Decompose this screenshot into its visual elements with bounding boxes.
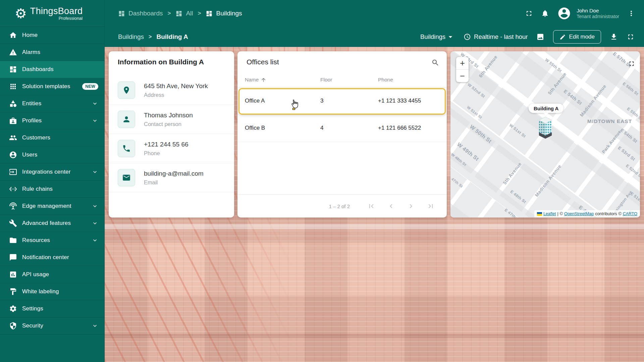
sidebar-item-home[interactable]: Home [0,27,104,44]
more-vert-icon[interactable] [627,9,635,17]
download-icon[interactable] [610,33,618,41]
dashboards-icon [9,65,17,73]
brand-name: ThingsBoard [30,6,83,16]
table-row-office-b[interactable]: Office B4+1 121 666 5522 [237,115,447,142]
breadcrumb-item-dashboards[interactable]: Dashboards [118,10,163,17]
sidebar-item-entities[interactable]: Entities [0,95,104,112]
resources-icon [9,236,17,244]
info-label: Contact person [144,121,193,127]
info-row-address: 645 5th Ave, New YorkAddress [109,76,234,105]
rule-chains-icon [9,185,17,193]
table-row-office-a[interactable]: Office A3+1 121 333 4455 [237,88,447,115]
map-card: W 53rd St6th AvenueW 55th StE 57th StW 5… [450,51,640,218]
info-value: building-a@mail.com [144,170,204,177]
chevron-down-icon [92,100,98,107]
first-page-button[interactable] [367,202,375,210]
sidebar-item-label: Profiles [22,117,92,124]
user-menu[interactable]: John Doe Tenant administrator [577,7,619,20]
dashboard-toolbar: Buildings > Building A Buildings Realtim… [105,27,644,47]
previous-page-button[interactable] [387,202,395,210]
arrow-drop-down-icon [446,33,455,41]
integrations-icon [9,168,17,176]
sidebar-item-resources[interactable]: Resources [0,232,104,249]
sidebar-item-rule-chains[interactable]: Rule chains [0,181,104,198]
fullscreen-icon[interactable] [525,9,533,17]
map-zoom-control: + − [456,57,469,82]
sidebar-item-label: Entities [22,100,92,107]
next-page-button[interactable] [407,202,415,210]
building-band-decoration [105,334,644,338]
sidebar-item-integrations-center[interactable]: Integrations center [0,164,104,181]
sidebar-item-label: Integrations center [22,169,92,175]
column-header-phone[interactable]: Phone [378,77,393,83]
breadcrumb-separator: > [167,10,171,17]
sidebar-item-customers[interactable]: Customers [0,129,104,146]
entity-select[interactable]: Buildings [420,33,455,41]
edge-management-icon [9,202,17,210]
email-icon [118,169,135,186]
sidebar-item-label: Dashboards [22,66,98,73]
carto-link[interactable]: CARTO [623,212,637,216]
home-icon [9,31,17,39]
building-info-card: Information on Building A 645 5th Ave, N… [109,51,234,218]
sidebar-item-white-labeling[interactable]: White labeling [0,283,104,300]
image-icon[interactable] [536,33,544,41]
sidebar-item-security[interactable]: Security [0,317,104,335]
breadcrumb-item-all[interactable]: All [175,10,193,17]
dashboard-path-parent[interactable]: Buildings [118,33,144,41]
map-attribution: Leaflet | © OpenStreetMap contributors ©… [534,210,640,218]
chevron-down-icon [92,322,98,329]
zoom-out-button[interactable]: − [456,70,469,82]
cell-floor: 4 [320,125,323,131]
sidebar-item-solution-templates[interactable]: Solution templatesNEW [0,78,104,95]
fullscreen-dashboard-icon[interactable] [627,33,635,41]
edit-mode-button[interactable]: Edit mode [553,30,601,44]
sidebar-item-profiles[interactable]: Profiles [0,112,104,129]
info-row-phone: +121 244 55 66Phone [109,134,234,163]
edit-mode-label: Edit mode [569,34,595,40]
phone-icon [118,140,135,157]
location-pin-icon [118,81,135,99]
offices-list-card: Offices list Name Floor Phone Office A3+… [237,51,447,218]
openstreetmap-link[interactable]: OpenStreetMap [564,212,594,216]
offices-card-title: Offices list [247,58,279,66]
chevron-down-icon [92,237,98,244]
notifications-bell-icon[interactable] [541,9,549,17]
map-fullscreen-icon[interactable] [628,60,635,67]
entities-icon [9,100,17,108]
building-marker-tooltip[interactable]: Building A [529,104,564,113]
search-icon[interactable] [431,59,439,67]
info-label: Phone [144,150,189,157]
column-header-name[interactable]: Name [245,77,266,83]
zoom-in-button[interactable]: + [456,57,469,69]
leaflet-link[interactable]: Leaflet [543,212,556,216]
sidebar-item-users[interactable]: Users [0,146,104,164]
customers-icon [9,134,17,142]
info-value: +121 244 55 66 [144,141,189,148]
sidebar-item-notification-center[interactable]: Notification center [0,249,104,266]
time-window-button[interactable]: Realtime - last hour [464,33,528,41]
building-marker-icon[interactable] [538,116,552,142]
avatar[interactable] [557,6,571,20]
sidebar-item-api-usage[interactable]: API usage [0,266,104,283]
dashboards-icon [175,10,182,17]
dashboards-icon [206,10,213,17]
sidebar-item-edge-management[interactable]: Edge management [0,198,104,215]
breadcrumb-item-buildings[interactable]: Buildings [206,10,242,17]
sidebar-item-advanced-features[interactable]: Advanced features [0,215,104,232]
top-toolbar: Dashboards>All>Buildings John Doe Tenant… [105,0,644,27]
sidebar-item-settings[interactable]: Settings [0,300,104,317]
map-area-label: MIDTOWN EAST [587,118,632,124]
users-icon [9,151,17,159]
time-window-label: Realtime - last hour [474,33,528,41]
sidebar-item-label: Advanced features [22,220,92,227]
sidebar-item-dashboards[interactable]: Dashboards [0,61,104,78]
sidebar-item-alarms[interactable]: Alarms [0,44,104,61]
last-page-button[interactable] [427,202,435,210]
chevron-down-icon [92,203,98,209]
column-header-floor[interactable]: Floor [320,77,332,83]
brand-logo[interactable]: ⚙ ThingsBoard Professional [0,0,104,27]
sidebar-item-label: White labeling [22,288,98,295]
sidebar: ⚙ ThingsBoard Professional HomeAlarmsDas… [0,0,105,362]
sidebar-item-label: Rule chains [22,186,98,192]
